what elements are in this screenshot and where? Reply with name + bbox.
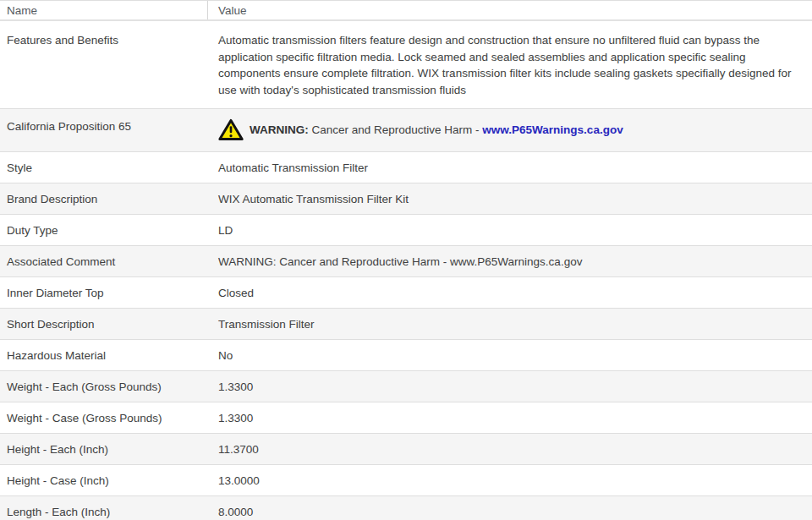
table-row: Features and Benefits Automatic transmis… — [0, 21, 812, 109]
column-header-name: Name — [0, 4, 207, 17]
attribute-name: Features and Benefits — [0, 21, 211, 108]
attribute-name: Weight - Case (Gross Pounds) — [0, 402, 211, 433]
attribute-value: LD — [211, 215, 812, 245]
attribute-value: Transmission Filter — [211, 309, 812, 339]
attribute-value: Automatic Transmission Filter — [211, 152, 812, 183]
attribute-name: Weight - Each (Gross Pounds) — [0, 371, 211, 402]
attribute-value: Automatic transmission filters feature d… — [211, 21, 812, 108]
attribute-value: No — [211, 340, 812, 370]
attribute-name: Short Description — [0, 309, 211, 339]
table-row: Length - Each (Inch) 8.0000 — [0, 496, 812, 520]
p65-warnings-link[interactable]: www.P65Warnings.ca.gov — [482, 123, 623, 136]
attribute-value: 8.0000 — [211, 496, 812, 520]
attribute-name: Associated Comment — [0, 246, 211, 276]
table-row: Hazardous Material No — [0, 340, 812, 371]
attribute-value: 11.3700 — [211, 434, 812, 464]
table-row: Weight - Each (Gross Pounds) 1.3300 — [0, 371, 812, 402]
attribute-name: Hazardous Material — [0, 340, 211, 370]
attribute-value: WIX Automatic Transmission Filter Kit — [211, 183, 812, 214]
table-row: Style Automatic Transmission Filter — [0, 152, 812, 183]
table-row: Inner Diameter Top Closed — [0, 277, 812, 309]
table-row: Height - Case (Inch) 13.0000 — [0, 465, 812, 496]
table-row: Brand Description WIX Automatic Transmis… — [0, 183, 812, 215]
column-header-value: Value — [208, 4, 812, 17]
attribute-value: WARNING: Cancer and Reproductive Harm - … — [211, 109, 812, 151]
attribute-value: Closed — [211, 277, 812, 308]
attribute-value: WARNING: Cancer and Reproductive Harm - … — [211, 246, 812, 276]
attributes-table: Name Value Features and Benefits Automat… — [0, 0, 812, 520]
warning-triangle-icon — [218, 118, 244, 141]
table-row-california-prop-65: California Proposition 65 WARNING: Cance… — [0, 109, 812, 152]
warning-text: Cancer and Reproductive Harm - — [309, 123, 483, 136]
attribute-name: Height - Case (Inch) — [0, 465, 211, 495]
warning-label: WARNING: — [250, 123, 309, 136]
table-row: Associated Comment WARNING: Cancer and R… — [0, 246, 812, 277]
attribute-name: Length - Each (Inch) — [0, 496, 211, 520]
attribute-value: 1.3300 — [211, 402, 812, 433]
table-row: Weight - Case (Gross Pounds) 1.3300 — [0, 402, 812, 434]
attribute-name: Inner Diameter Top — [0, 277, 211, 308]
table-body: Features and Benefits Automatic transmis… — [0, 21, 812, 520]
attribute-value: 1.3300 — [211, 371, 812, 402]
table-header-row: Name Value — [0, 1, 812, 21]
attribute-name: California Proposition 65 — [0, 109, 211, 151]
attribute-name: Style — [0, 152, 211, 183]
attribute-name: Duty Type — [0, 215, 211, 245]
table-row: Height - Each (Inch) 11.3700 — [0, 434, 812, 465]
table-row: Duty Type LD — [0, 215, 812, 246]
attribute-name: Brand Description — [0, 183, 211, 214]
attribute-name: Height - Each (Inch) — [0, 434, 211, 464]
attribute-value: 13.0000 — [211, 465, 812, 495]
table-row: Short Description Transmission Filter — [0, 309, 812, 340]
